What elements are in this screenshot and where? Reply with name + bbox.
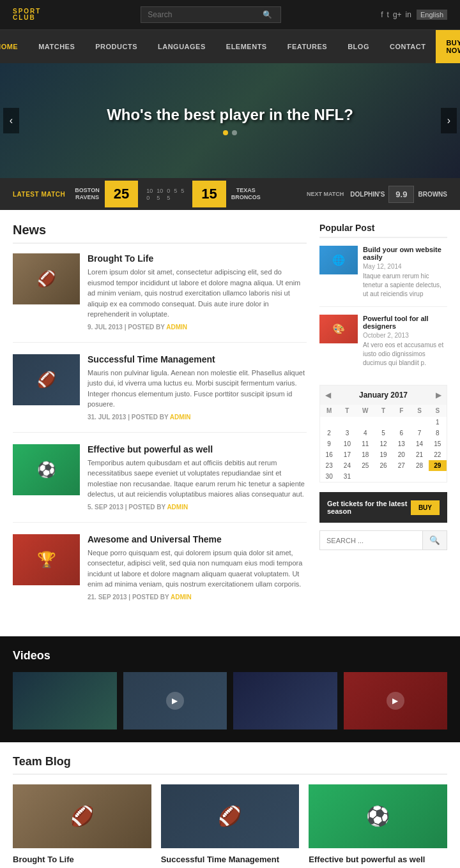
calendar-day[interactable]: 18 <box>356 449 374 460</box>
calendar-day[interactable]: 17 <box>338 449 356 460</box>
calendar-day[interactable]: 16 <box>320 449 338 460</box>
nav-elements[interactable]: ELEMENTS <box>216 34 277 59</box>
calendar-next[interactable]: ▶ <box>436 391 441 400</box>
team1-score: BOSTON RAVENS 25 101005 5055 15 TEXAS BR… <box>75 181 260 207</box>
calendar-day[interactable]: 9 <box>320 438 338 449</box>
calendar-day[interactable]: 26 <box>374 460 392 471</box>
calendar-day[interactable]: 4 <box>356 428 374 438</box>
calendar-day[interactable]: 31 <box>338 471 356 482</box>
nav-home[interactable]: HOME <box>0 34 28 59</box>
popular-content-2: Powerful tool for all designers October … <box>363 315 447 368</box>
twitter-icon[interactable]: t <box>387 10 389 19</box>
calendar-day <box>356 417 374 428</box>
calendar-day[interactable]: 21 <box>410 449 428 460</box>
calendar-day[interactable]: 29 <box>429 460 447 471</box>
calendar-day[interactable]: 11 <box>356 438 374 449</box>
blog-grid: 🏈 Brought To Life Lorem ipsum dolor sit … <box>13 784 447 869</box>
main-nav: HOME MATCHES PRODUCTS LANGUAGES ELEMENTS… <box>0 29 460 63</box>
hero-dot-1[interactable] <box>223 130 228 135</box>
calendar-day[interactable]: 28 <box>410 460 428 471</box>
nav-contact[interactable]: CONTACT <box>379 34 436 59</box>
calendar-day[interactable]: 25 <box>356 460 374 471</box>
blog-title-2[interactable]: Successful Time Management <box>161 855 300 864</box>
news-author-4[interactable]: ADMIN <box>171 594 192 601</box>
next-score: 9.9 <box>388 186 414 203</box>
nav-blog[interactable]: BLOG <box>337 34 379 59</box>
popular-date-2: October 2, 2013 <box>363 332 447 339</box>
calendar-day[interactable]: 23 <box>320 460 338 471</box>
linkedin-icon[interactable]: in <box>406 10 411 19</box>
calendar-day[interactable]: 6 <box>392 428 410 438</box>
video-thumb-2[interactable]: ▶ <box>123 672 227 730</box>
calendar-day[interactable]: 1 <box>429 417 447 428</box>
play-button-2: ▶ <box>166 692 184 710</box>
sidebar-search: 🔍 <box>319 530 447 550</box>
search-input[interactable] <box>148 10 263 19</box>
video-thumb-3[interactable] <box>233 672 337 730</box>
news-title-4[interactable]: Awesome and Universal Theme <box>88 534 307 544</box>
calendar-day <box>374 471 392 482</box>
hero-prev-arrow[interactable]: ‹ <box>3 108 19 133</box>
calendar-day[interactable]: 19 <box>374 449 392 460</box>
news-text-2: Mauris non pulvinar ligula. Aenean non m… <box>88 368 307 410</box>
news-text-1: Lorem ipsum dolor sit amet, consectetur … <box>88 267 307 320</box>
ticket-box: Get tickets for the latest season BUY <box>319 492 447 523</box>
calendar-day[interactable]: 20 <box>392 449 410 460</box>
popular-image-2: 🎨 <box>319 315 358 343</box>
calendar-table: M T W T F S S 12345678910111213141516171… <box>320 405 447 482</box>
calendar-day[interactable]: 12 <box>374 438 392 449</box>
calendar-prev[interactable]: ◀ <box>325 391 331 400</box>
hero-section: ‹ › Who's the best player in the NFL? <box>0 63 460 178</box>
calendar-day[interactable]: 30 <box>320 471 338 482</box>
header-right: f t g+ in English <box>381 10 447 20</box>
calendar: ◀ January 2017 ▶ M T W T F S S <box>319 385 447 483</box>
calendar-day <box>410 417 428 428</box>
nav-products[interactable]: PRODUCTS <box>85 34 148 59</box>
calendar-day[interactable]: 13 <box>392 438 410 449</box>
sidebar-search-button[interactable]: 🔍 <box>422 531 447 550</box>
nav-languages[interactable]: LANGUAGES <box>148 34 216 59</box>
facebook-icon[interactable]: f <box>381 10 383 19</box>
search-bar[interactable]: 🔍 <box>141 6 281 23</box>
popular-item-2: 🎨 Powerful tool for all designers Octobe… <box>319 315 447 375</box>
calendar-day[interactable]: 14 <box>410 438 428 449</box>
news-title-2[interactable]: Successful Time Management <box>88 354 307 364</box>
calendar-day <box>392 417 410 428</box>
news-title-3[interactable]: Effective but powerful as well <box>88 444 307 454</box>
team2-score-box: 15 <box>192 181 226 207</box>
calendar-day[interactable]: 7 <box>410 428 428 438</box>
news-author-2[interactable]: ADMIN <box>170 414 191 421</box>
news-author-3[interactable]: ADMIN <box>167 504 188 511</box>
calendar-header: ◀ January 2017 ▶ <box>320 385 447 405</box>
nav-buy-now[interactable]: BUY NOW <box>436 30 460 63</box>
calendar-month: January 2017 <box>359 391 408 400</box>
popular-date-1: May 12, 2014 <box>363 263 447 270</box>
calendar-day[interactable]: 22 <box>429 449 447 460</box>
news-title-1[interactable]: Brought To Life <box>88 253 307 264</box>
calendar-day[interactable]: 27 <box>392 460 410 471</box>
blog-title-1[interactable]: Brought To Life <box>13 855 151 864</box>
blog-title-3[interactable]: Effective but powerful as well <box>309 855 447 864</box>
hero-next-arrow[interactable]: › <box>441 108 457 133</box>
language-selector[interactable]: English <box>417 10 447 20</box>
popular-post-title-2[interactable]: Powerful tool for all designers <box>363 315 447 330</box>
news-author-1[interactable]: ADMIN <box>166 324 187 331</box>
calendar-day[interactable]: 2 <box>320 428 338 438</box>
site-header: SPORT CLUB 🔍 f t g+ in English <box>0 0 460 29</box>
buy-button[interactable]: BUY <box>411 500 440 515</box>
sidebar-search-input[interactable] <box>320 531 422 550</box>
calendar-day[interactable]: 5 <box>374 428 392 438</box>
nav-matches[interactable]: MATCHES <box>28 34 85 59</box>
video-thumb-4[interactable]: ▶ <box>344 672 448 730</box>
calendar-day[interactable]: 10 <box>338 438 356 449</box>
calendar-day[interactable]: 24 <box>338 460 356 471</box>
news-item: 🏆 Awesome and Universal Theme Neque porr… <box>13 534 307 612</box>
popular-post-title-1[interactable]: Build your own website easily <box>363 246 447 261</box>
nav-features[interactable]: FEATURES <box>277 34 337 59</box>
calendar-day[interactable]: 15 <box>429 438 447 449</box>
calendar-day[interactable]: 8 <box>429 428 447 438</box>
calendar-day[interactable]: 3 <box>338 428 356 438</box>
googleplus-icon[interactable]: g+ <box>393 10 402 19</box>
video-thumb-1[interactable] <box>13 672 117 730</box>
hero-dot-2[interactable] <box>232 130 237 135</box>
